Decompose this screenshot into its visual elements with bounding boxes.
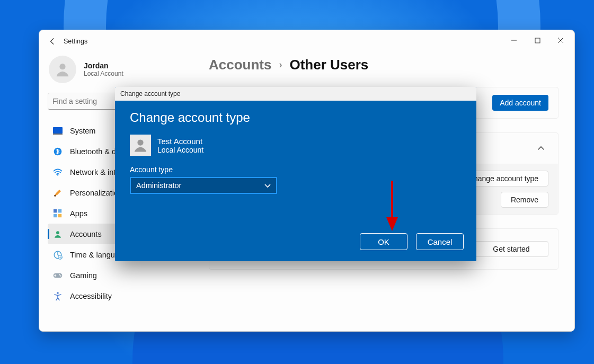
dialog-user-name: Test Account [157,137,203,146]
account-type-dropdown[interactable]: Administrator [130,177,277,194]
svg-point-22 [57,292,59,294]
svg-rect-15 [58,214,61,217]
remove-account-button[interactable]: Remove [501,192,548,208]
dialog-titlebar: Change account type [115,87,476,101]
dialog-heading: Change account type [130,110,462,125]
dialog-user-block: Test Account Local Account [130,135,462,156]
apps-icon [53,209,63,218]
sidebar-item-label: Accounts [70,230,102,238]
kiosk-get-started-button[interactable]: Get started [474,241,548,257]
profile-subtitle: Local Account [84,70,123,77]
account-type-field-label: Account type [130,165,462,174]
avatar-icon [130,135,151,156]
svg-point-21 [60,275,61,276]
svg-rect-14 [54,214,57,217]
sidebar-item-label: System [70,127,95,135]
ok-button[interactable]: OK [360,233,407,250]
sidebar-item-label: Gaming [70,271,97,280]
system-icon [53,126,63,136]
back-button[interactable] [49,38,56,45]
gamepad-icon [53,271,63,280]
svg-rect-1 [535,38,540,43]
sidebar-item-label: Accessibility [70,292,112,300]
chevron-down-icon [264,181,271,190]
breadcrumb-current: Other Users [289,57,368,73]
sidebar-item-accessibility[interactable]: Accessibility [48,286,190,306]
maximize-button[interactable] [526,32,549,48]
profile-name: Jordan [84,61,123,70]
svg-point-4 [59,64,65,69]
chevron-right-icon: › [279,59,282,70]
svg-rect-12 [54,209,57,212]
svg-point-16 [56,231,59,234]
sidebar-item-label: Apps [70,209,87,218]
dropdown-selected-value: Administrator [136,181,181,190]
accessibility-icon [53,291,63,301]
svg-rect-11 [54,194,56,196]
svg-point-10 [57,174,58,175]
window-controls [502,32,572,48]
sidebar-item-gaming[interactable]: Gaming [48,265,190,286]
svg-point-20 [59,274,60,275]
minimize-button[interactable] [502,32,526,48]
brush-icon [53,188,63,198]
person-icon [53,229,63,239]
breadcrumb-parent[interactable]: Accounts [209,57,271,73]
change-account-type-dialog: Change account type Change account type … [115,87,476,261]
add-account-button[interactable]: Add account [492,95,548,111]
svg-rect-13 [58,209,61,212]
cancel-button[interactable]: Cancel [416,233,464,250]
svg-rect-7 [53,127,63,134]
svg-point-9 [54,147,62,155]
clock-globe-icon [53,250,63,260]
wifi-icon [53,167,63,177]
app-title: Settings [64,38,87,45]
titlebar: Settings [39,30,574,52]
avatar-icon [49,56,76,83]
svg-point-25 [137,139,143,145]
chevron-up-icon[interactable] [534,141,548,156]
breadcrumb: Accounts › Other Users [209,57,558,73]
bluetooth-icon [53,147,63,156]
svg-rect-8 [53,134,63,135]
dialog-user-sub: Local Account [157,146,203,154]
close-button[interactable] [549,32,572,48]
